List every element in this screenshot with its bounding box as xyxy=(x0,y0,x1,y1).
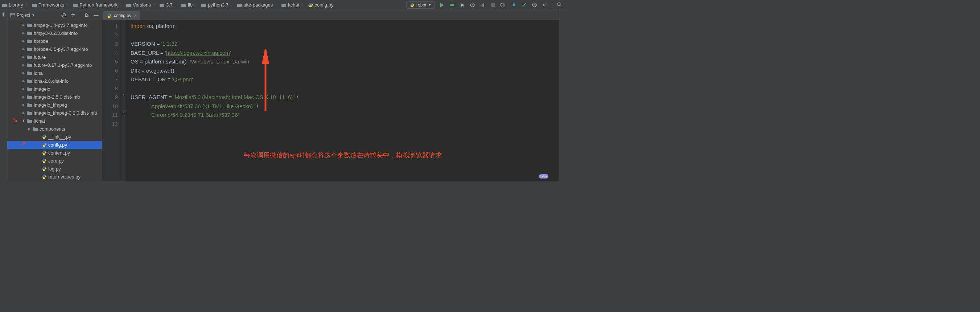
tree-item-itchat[interactable]: ▼itchat xyxy=(7,117,102,125)
git-revert-button[interactable] xyxy=(541,2,547,8)
line-gutter: 123456789101112 xyxy=(102,20,121,181)
crumb-label: itchat xyxy=(288,2,299,8)
git-label: Git: xyxy=(500,3,507,8)
run-config-label: robot xyxy=(416,3,426,8)
tree-arrow-icon[interactable]: ▶ xyxy=(22,31,25,35)
line-number: 10 xyxy=(102,102,118,111)
run-config-selector[interactable]: robot ▼ xyxy=(406,2,434,9)
crumb-itchat[interactable]: itchat xyxy=(282,2,299,8)
chevron-right-icon: 〉 xyxy=(193,2,200,8)
tree-arrow-icon[interactable]: ▶ xyxy=(22,71,25,75)
left-tool-strip: 1 xyxy=(0,10,7,181)
crumb-frameworks[interactable]: Frameworks xyxy=(32,2,65,8)
svg-point-7 xyxy=(64,14,65,16)
svg-point-0 xyxy=(451,4,454,6)
crumb-label: python3.7 xyxy=(208,2,229,8)
crumb-library[interactable]: Library xyxy=(2,2,23,8)
git-history-button[interactable] xyxy=(531,2,537,8)
tree-item-log-py[interactable]: log.py xyxy=(7,165,102,173)
project-tree[interactable]: ▶ffmpeg-1.4-py3.7.egg-info▶ffmpy3-0.2.3.… xyxy=(7,20,102,181)
tree-item-returnvalues-py[interactable]: returnvalues.py xyxy=(7,173,102,181)
editor-area: config.py ✕ 123456789101112 − − import o… xyxy=(102,10,558,181)
line-number: 8 xyxy=(102,84,118,93)
git-commit-button[interactable] xyxy=(521,2,527,8)
project-panel-header: Project ▼ — xyxy=(7,10,102,20)
tree-item-idna[interactable]: ▶idna xyxy=(7,69,102,77)
crumb-python37[interactable]: python3.7 xyxy=(201,2,229,8)
tree-arrow-icon[interactable]: ▶ xyxy=(22,87,25,91)
tree-item-label: config.py xyxy=(48,142,67,148)
locate-button[interactable] xyxy=(61,12,67,18)
crumb-versions[interactable]: Versions xyxy=(126,2,151,8)
tree-arrow-icon[interactable]: ▶ xyxy=(22,39,25,43)
code-editor[interactable]: 123456789101112 − − import os, platform … xyxy=(102,20,558,181)
tree-item-ffmpeg-1-4-py3-7-egg-info[interactable]: ▶ffmpeg-1.4-py3.7.egg-info xyxy=(7,21,102,29)
tree-item---init---py[interactable]: __init__.py xyxy=(7,133,102,141)
tree-arrow-icon[interactable]: ▶ xyxy=(22,63,25,67)
project-panel-title[interactable]: Project ▼ xyxy=(10,13,61,18)
tree-arrow-icon[interactable]: ▶ xyxy=(22,47,25,51)
tree-item-content-py[interactable]: content.py xyxy=(7,149,102,157)
close-icon[interactable]: ✕ xyxy=(134,13,137,18)
tab-config-py[interactable]: config.py ✕ xyxy=(103,11,140,20)
fold-marker[interactable]: − xyxy=(122,111,125,114)
top-toolbar: Library〉 Frameworks〉 Python.framework〉 V… xyxy=(0,0,566,10)
tree-item-label: imageio_ffmpeg xyxy=(34,102,67,108)
tree-arrow-icon[interactable]: ▶ xyxy=(22,103,25,107)
chevron-right-icon: 〉 xyxy=(24,2,31,8)
tree-item-label: future-0.17.1-py3.7.egg-info xyxy=(34,62,92,68)
tree-item-core-py[interactable]: core.py xyxy=(7,157,102,165)
tree-arrow-icon[interactable]: ▶ xyxy=(22,23,25,27)
tree-item-imageio[interactable]: ▶imageio xyxy=(7,85,102,93)
tree-item-ffprobe-0-5-py3-7-egg-info[interactable]: ▶ffprobe-0.5-py3.7.egg-info xyxy=(7,45,102,53)
project-panel: Project ▼ — ▶ffmpeg-1.4-py3.7.egg-info▶f… xyxy=(7,10,102,181)
line-number: 7 xyxy=(102,75,118,84)
search-button[interactable] xyxy=(556,2,562,8)
tree-item-imageio-ffmpeg-0-2-0-dist-info[interactable]: ▶imageio_ffmpeg-0.2.0.dist-info xyxy=(7,109,102,117)
debug-button[interactable] xyxy=(449,2,455,8)
line-number: 9 xyxy=(102,93,118,102)
tree-item-label: returnvalues.py xyxy=(48,174,81,180)
crumb-sitepackages[interactable]: site-packages xyxy=(237,2,273,8)
tree-item-imageio-2-5-0-dist-info[interactable]: ▶imageio-2.5.0.dist-info xyxy=(7,93,102,101)
tree-item-future[interactable]: ▶future xyxy=(7,53,102,61)
line-number: 1 xyxy=(102,22,118,31)
svg-rect-5 xyxy=(11,13,15,17)
git-update-button[interactable] xyxy=(511,2,517,8)
run-button[interactable] xyxy=(439,2,445,8)
tree-arrow-icon[interactable]: ▶ xyxy=(22,111,25,115)
project-tool-tab[interactable]: 1 xyxy=(2,12,5,17)
expand-button[interactable] xyxy=(70,12,76,18)
tree-item-ffmpy3-0-2-3-dist-info[interactable]: ▶ffmpy3-0.2.3.dist-info xyxy=(7,29,102,37)
fold-marker[interactable]: − xyxy=(122,93,125,96)
tree-item-config-py[interactable]: config.py xyxy=(7,141,102,149)
tree-item-components[interactable]: ▶components xyxy=(7,125,102,133)
tree-item-label: ffmpy3-0.2.3.dist-info xyxy=(34,30,78,36)
crumb-lib[interactable]: lib xyxy=(181,2,192,8)
tree-arrow-icon[interactable]: ▶ xyxy=(22,95,25,99)
tree-item-label: idna xyxy=(34,70,43,76)
tree-arrow-icon[interactable]: ▶ xyxy=(22,79,25,83)
gear-icon[interactable] xyxy=(84,12,89,18)
crumb-pythonframework[interactable]: Python.framework xyxy=(73,2,118,8)
profile-button[interactable] xyxy=(469,2,475,8)
tree-arrow-icon[interactable]: ▶ xyxy=(22,55,25,59)
tree-item-future-0-17-1-py3-7-egg-info[interactable]: ▶future-0.17.1-py3.7.egg-info xyxy=(7,61,102,69)
tree-arrow-icon[interactable]: ▶ xyxy=(27,127,31,131)
tree-arrow-icon[interactable]: ▼ xyxy=(22,119,25,123)
stop-button[interactable] xyxy=(490,2,495,8)
tree-item-label: __init__.py xyxy=(48,134,71,140)
tree-item-label: imageio_ffmpeg-0.2.0.dist-info xyxy=(34,110,97,116)
coverage-button[interactable] xyxy=(459,2,465,8)
tree-item-ffprobe[interactable]: ▶ffprobe xyxy=(7,37,102,45)
crumb-configpy[interactable]: config.py xyxy=(308,2,333,8)
tree-item-label: future xyxy=(34,54,46,60)
chevron-right-icon: 〉 xyxy=(173,2,181,8)
tree-item-imageio-ffmpeg[interactable]: ▶imageio_ffmpeg xyxy=(7,101,102,109)
hide-button[interactable]: — xyxy=(93,12,99,18)
line-number: 2 xyxy=(102,31,118,40)
crumb-label: Versions xyxy=(133,2,151,8)
tree-item-idna-2-8-dist-info[interactable]: ▶idna-2.8.dist-info xyxy=(7,77,102,85)
crumb-37[interactable]: 3.7 xyxy=(159,2,173,8)
attach-button[interactable] xyxy=(479,2,485,8)
